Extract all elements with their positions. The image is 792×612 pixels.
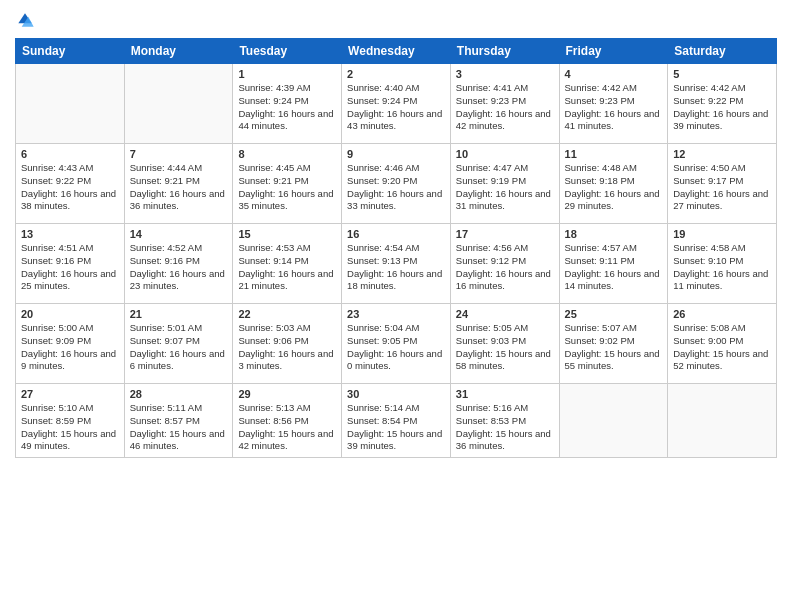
page: Sunday Monday Tuesday Wednesday Thursday… — [0, 0, 792, 612]
day-info: Sunrise: 4:57 AM Sunset: 9:11 PM Dayligh… — [565, 242, 663, 293]
day-cell: 18Sunrise: 4:57 AM Sunset: 9:11 PM Dayli… — [559, 224, 668, 304]
day-info: Sunrise: 5:14 AM Sunset: 8:54 PM Dayligh… — [347, 402, 445, 453]
logo — [15, 10, 39, 30]
day-info: Sunrise: 4:50 AM Sunset: 9:17 PM Dayligh… — [673, 162, 771, 213]
day-info: Sunrise: 5:13 AM Sunset: 8:56 PM Dayligh… — [238, 402, 336, 453]
day-info: Sunrise: 5:08 AM Sunset: 9:00 PM Dayligh… — [673, 322, 771, 373]
col-thursday: Thursday — [450, 39, 559, 64]
day-number: 6 — [21, 148, 119, 160]
day-number: 23 — [347, 308, 445, 320]
day-info: Sunrise: 5:16 AM Sunset: 8:53 PM Dayligh… — [456, 402, 554, 453]
day-number: 17 — [456, 228, 554, 240]
day-number: 19 — [673, 228, 771, 240]
col-sunday: Sunday — [16, 39, 125, 64]
calendar-header-row: Sunday Monday Tuesday Wednesday Thursday… — [16, 39, 777, 64]
day-info: Sunrise: 4:46 AM Sunset: 9:20 PM Dayligh… — [347, 162, 445, 213]
week-row-4: 20Sunrise: 5:00 AM Sunset: 9:09 PM Dayli… — [16, 304, 777, 384]
day-cell: 23Sunrise: 5:04 AM Sunset: 9:05 PM Dayli… — [342, 304, 451, 384]
day-info: Sunrise: 4:48 AM Sunset: 9:18 PM Dayligh… — [565, 162, 663, 213]
day-cell: 27Sunrise: 5:10 AM Sunset: 8:59 PM Dayli… — [16, 384, 125, 458]
day-cell — [16, 64, 125, 144]
day-number: 12 — [673, 148, 771, 160]
day-info: Sunrise: 5:00 AM Sunset: 9:09 PM Dayligh… — [21, 322, 119, 373]
day-cell: 15Sunrise: 4:53 AM Sunset: 9:14 PM Dayli… — [233, 224, 342, 304]
day-info: Sunrise: 4:54 AM Sunset: 9:13 PM Dayligh… — [347, 242, 445, 293]
day-cell: 14Sunrise: 4:52 AM Sunset: 9:16 PM Dayli… — [124, 224, 233, 304]
day-cell: 21Sunrise: 5:01 AM Sunset: 9:07 PM Dayli… — [124, 304, 233, 384]
day-number: 28 — [130, 388, 228, 400]
day-cell: 29Sunrise: 5:13 AM Sunset: 8:56 PM Dayli… — [233, 384, 342, 458]
day-cell: 6Sunrise: 4:43 AM Sunset: 9:22 PM Daylig… — [16, 144, 125, 224]
day-number: 13 — [21, 228, 119, 240]
logo-icon — [15, 10, 35, 30]
day-number: 2 — [347, 68, 445, 80]
day-info: Sunrise: 4:51 AM Sunset: 9:16 PM Dayligh… — [21, 242, 119, 293]
day-cell: 4Sunrise: 4:42 AM Sunset: 9:23 PM Daylig… — [559, 64, 668, 144]
calendar: Sunday Monday Tuesday Wednesday Thursday… — [15, 38, 777, 458]
week-row-1: 1Sunrise: 4:39 AM Sunset: 9:24 PM Daylig… — [16, 64, 777, 144]
day-number: 20 — [21, 308, 119, 320]
day-cell: 2Sunrise: 4:40 AM Sunset: 9:24 PM Daylig… — [342, 64, 451, 144]
day-number: 25 — [565, 308, 663, 320]
day-cell: 28Sunrise: 5:11 AM Sunset: 8:57 PM Dayli… — [124, 384, 233, 458]
day-cell: 1Sunrise: 4:39 AM Sunset: 9:24 PM Daylig… — [233, 64, 342, 144]
day-info: Sunrise: 5:11 AM Sunset: 8:57 PM Dayligh… — [130, 402, 228, 453]
day-number: 4 — [565, 68, 663, 80]
day-info: Sunrise: 4:53 AM Sunset: 9:14 PM Dayligh… — [238, 242, 336, 293]
day-cell: 17Sunrise: 4:56 AM Sunset: 9:12 PM Dayli… — [450, 224, 559, 304]
day-number: 27 — [21, 388, 119, 400]
day-cell: 30Sunrise: 5:14 AM Sunset: 8:54 PM Dayli… — [342, 384, 451, 458]
day-cell — [668, 384, 777, 458]
day-info: Sunrise: 4:40 AM Sunset: 9:24 PM Dayligh… — [347, 82, 445, 133]
day-cell: 5Sunrise: 4:42 AM Sunset: 9:22 PM Daylig… — [668, 64, 777, 144]
day-number: 21 — [130, 308, 228, 320]
day-cell: 10Sunrise: 4:47 AM Sunset: 9:19 PM Dayli… — [450, 144, 559, 224]
day-number: 18 — [565, 228, 663, 240]
day-info: Sunrise: 4:47 AM Sunset: 9:19 PM Dayligh… — [456, 162, 554, 213]
col-saturday: Saturday — [668, 39, 777, 64]
day-number: 5 — [673, 68, 771, 80]
day-number: 7 — [130, 148, 228, 160]
col-tuesday: Tuesday — [233, 39, 342, 64]
day-info: Sunrise: 4:39 AM Sunset: 9:24 PM Dayligh… — [238, 82, 336, 133]
day-cell: 9Sunrise: 4:46 AM Sunset: 9:20 PM Daylig… — [342, 144, 451, 224]
day-info: Sunrise: 4:41 AM Sunset: 9:23 PM Dayligh… — [456, 82, 554, 133]
day-number: 1 — [238, 68, 336, 80]
day-info: Sunrise: 4:58 AM Sunset: 9:10 PM Dayligh… — [673, 242, 771, 293]
day-number: 3 — [456, 68, 554, 80]
day-info: Sunrise: 5:01 AM Sunset: 9:07 PM Dayligh… — [130, 322, 228, 373]
day-cell: 3Sunrise: 4:41 AM Sunset: 9:23 PM Daylig… — [450, 64, 559, 144]
day-number: 11 — [565, 148, 663, 160]
day-number: 8 — [238, 148, 336, 160]
day-cell: 12Sunrise: 4:50 AM Sunset: 9:17 PM Dayli… — [668, 144, 777, 224]
day-info: Sunrise: 4:44 AM Sunset: 9:21 PM Dayligh… — [130, 162, 228, 213]
header — [15, 10, 777, 30]
day-number: 30 — [347, 388, 445, 400]
day-cell: 31Sunrise: 5:16 AM Sunset: 8:53 PM Dayli… — [450, 384, 559, 458]
day-cell: 22Sunrise: 5:03 AM Sunset: 9:06 PM Dayli… — [233, 304, 342, 384]
day-number: 31 — [456, 388, 554, 400]
day-number: 24 — [456, 308, 554, 320]
day-cell: 7Sunrise: 4:44 AM Sunset: 9:21 PM Daylig… — [124, 144, 233, 224]
day-cell: 26Sunrise: 5:08 AM Sunset: 9:00 PM Dayli… — [668, 304, 777, 384]
day-number: 26 — [673, 308, 771, 320]
day-info: Sunrise: 4:45 AM Sunset: 9:21 PM Dayligh… — [238, 162, 336, 213]
day-cell: 19Sunrise: 4:58 AM Sunset: 9:10 PM Dayli… — [668, 224, 777, 304]
day-cell: 20Sunrise: 5:00 AM Sunset: 9:09 PM Dayli… — [16, 304, 125, 384]
day-cell: 25Sunrise: 5:07 AM Sunset: 9:02 PM Dayli… — [559, 304, 668, 384]
day-number: 29 — [238, 388, 336, 400]
col-wednesday: Wednesday — [342, 39, 451, 64]
day-cell: 13Sunrise: 4:51 AM Sunset: 9:16 PM Dayli… — [16, 224, 125, 304]
day-number: 10 — [456, 148, 554, 160]
day-info: Sunrise: 5:03 AM Sunset: 9:06 PM Dayligh… — [238, 322, 336, 373]
day-cell: 24Sunrise: 5:05 AM Sunset: 9:03 PM Dayli… — [450, 304, 559, 384]
col-friday: Friday — [559, 39, 668, 64]
day-cell: 8Sunrise: 4:45 AM Sunset: 9:21 PM Daylig… — [233, 144, 342, 224]
day-info: Sunrise: 5:10 AM Sunset: 8:59 PM Dayligh… — [21, 402, 119, 453]
col-monday: Monday — [124, 39, 233, 64]
day-info: Sunrise: 5:07 AM Sunset: 9:02 PM Dayligh… — [565, 322, 663, 373]
day-info: Sunrise: 4:43 AM Sunset: 9:22 PM Dayligh… — [21, 162, 119, 213]
week-row-3: 13Sunrise: 4:51 AM Sunset: 9:16 PM Dayli… — [16, 224, 777, 304]
day-number: 16 — [347, 228, 445, 240]
day-info: Sunrise: 4:42 AM Sunset: 9:23 PM Dayligh… — [565, 82, 663, 133]
